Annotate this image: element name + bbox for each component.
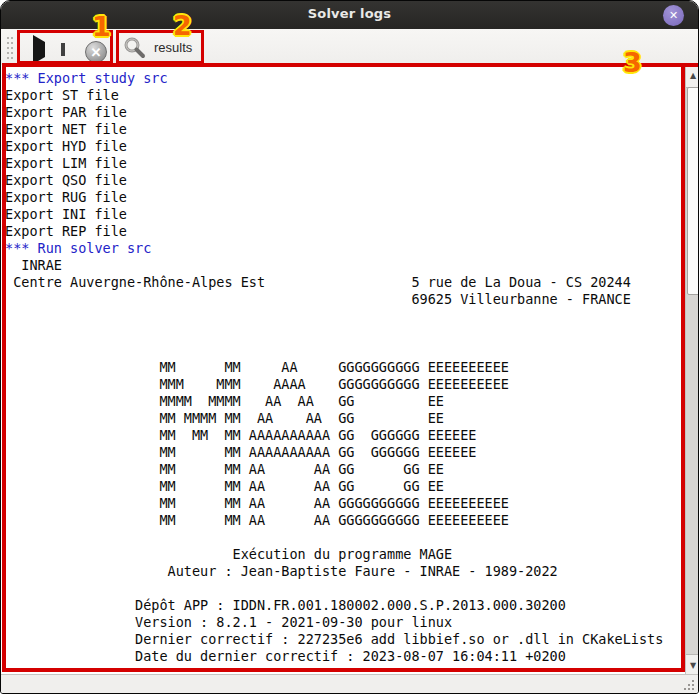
log-line [5,342,663,359]
log-line: Export INI file [5,206,663,223]
results-button-label: results [154,40,192,55]
log-line: Version : 8.2.1 - 2021-09-30 pour linux [5,614,663,631]
log-line: MM MMMM MM AA AA GG EE [5,410,663,427]
toolbar-drag-handle[interactable] [7,37,9,39]
window-title: Solver logs [1,6,698,21]
log-line: MMMM MMMM AA AA GG EE [5,393,663,410]
log-line: MM MM AA AA GGGGGGGGGG EEEEEEEEEE [5,512,663,529]
resize-grip[interactable] [684,680,686,682]
log-line: Dépôt APP : IDDN.FR.001.180002.000.S.P.2… [5,597,663,614]
content-area: *** Export study srcExport ST fileExport… [1,65,698,677]
log-line: Export NET file [5,121,663,138]
scroll-down-icon: ▼ [690,661,696,670]
solver-logs-window: Solver logs ✕ ✕ results *** Export study… [0,0,699,694]
log-line: Date du dernier correctif : 2023-08-07 1… [5,648,663,665]
log-line: INRAE [5,257,663,274]
close-button[interactable]: ✕ [663,5,684,26]
log-line: Export PAR file [5,104,663,121]
log-line: MM MM AA AA GGGGGGGGGG EEEEEEEEEE [5,495,663,512]
scroll-up-icon: ▲ [690,71,696,80]
scrollbar-thumb[interactable] [687,87,699,295]
log-line [5,308,663,325]
log-line [5,580,663,597]
close-icon: ✕ [669,9,678,22]
log-line [5,325,663,342]
log-line: Export REP file [5,223,663,240]
results-button[interactable]: results [119,33,203,63]
log-line: MM MM MM AAAAAAAAAA GG GGGGGG EEEEEE [5,427,663,444]
log-line: MM MM AA AA GG GG EE [5,461,663,478]
log-text: *** Export study srcExport ST fileExport… [5,70,663,665]
statusbar [1,674,698,693]
stop-icon: ✕ [91,45,102,60]
log-line: Export RUG file [5,189,663,206]
run-solver-button[interactable] [23,39,43,59]
log-line: Export LIM file [5,155,663,172]
log-line: *** Export study src [5,70,663,87]
stop-solver-button[interactable]: ✕ [85,41,107,63]
log-line: Auteur : Jean-Baptiste Faure - INRAE - 1… [5,563,663,580]
solver-log-view[interactable]: *** Export study srcExport ST fileExport… [1,65,685,677]
search-icon [123,37,147,64]
log-line [5,529,663,546]
pause-icon [61,43,65,56]
log-line: MM MM AAAAAAAAAA GG GGGGGG EEEEEE [5,444,663,461]
play-icon [33,35,45,64]
log-line: Dernier correctif : 227235e6 add libbief… [5,631,663,648]
pause-solver-button[interactable] [53,39,73,59]
vertical-scrollbar[interactable]: ▲ ▼ [685,65,699,677]
log-line: Export ST file [5,87,663,104]
log-line: Export QSO file [5,172,663,189]
log-line: Centre Auvergne-Rhône-Alpes Est 5 rue de… [5,274,663,291]
log-line: *** Run solver src [5,240,663,257]
log-line: MM MM AA GGGGGGGGGG EEEEEEEEEE [5,359,663,376]
log-line: MM MM AA AA GG GG EE [5,478,663,495]
scroll-up-button[interactable]: ▲ [686,65,699,88]
log-line: MMM MMM AAAA GGGGGGGGGG EEEEEEEEEE [5,376,663,393]
log-line: 69625 Villeurbanne - FRANCE [5,291,663,308]
log-line: Export HYD file [5,138,663,155]
titlebar[interactable]: Solver logs ✕ [1,1,698,29]
log-line: Exécution du programme MAGE [5,546,663,563]
